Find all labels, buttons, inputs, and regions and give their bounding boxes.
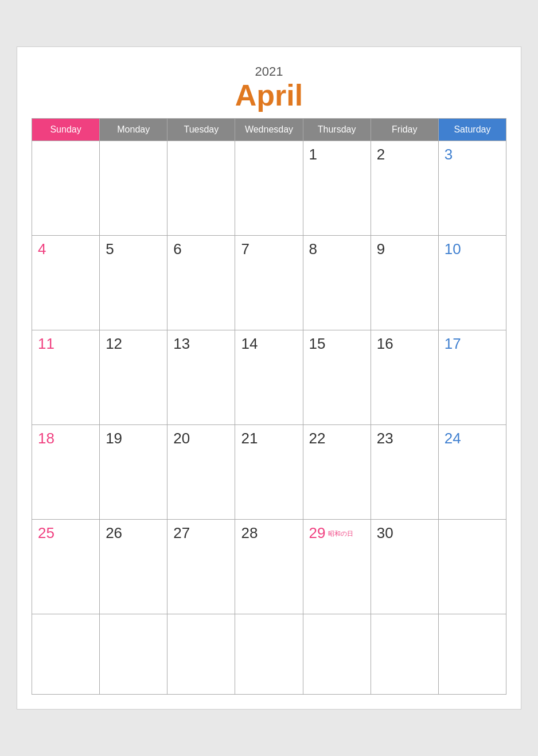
- day-number: 30: [377, 524, 393, 542]
- calendar-day-cell: [438, 519, 506, 614]
- day-number: 9: [377, 240, 385, 258]
- calendar-day-cell: 9: [371, 235, 438, 330]
- day-number: 12: [106, 335, 122, 353]
- calendar-day-cell: 30: [371, 519, 438, 614]
- calendar-day-cell: 24: [438, 424, 506, 519]
- day-number: 3: [445, 146, 453, 163]
- day-of-week-header-saturday: Saturday: [438, 118, 506, 141]
- calendar-week-row: 45678910: [32, 235, 506, 330]
- calendar-day-cell: [303, 614, 371, 694]
- calendar-month: April: [32, 79, 506, 112]
- day-of-week-header-friday: Friday: [371, 118, 438, 141]
- calendar-day-cell: 25: [32, 519, 100, 614]
- day-of-week-header-tuesday: Tuesday: [167, 118, 235, 141]
- day-number: 1: [309, 146, 317, 163]
- day-number: 25: [38, 524, 54, 542]
- calendar-day-cell: [235, 614, 303, 694]
- day-number: 10: [445, 240, 461, 258]
- calendar-day-cell: 22: [303, 424, 371, 519]
- day-number: 19: [106, 430, 122, 447]
- calendar-week-row: 123: [32, 141, 506, 235]
- calendar-day-cell: 12: [100, 330, 167, 424]
- calendar-day-cell: 1: [303, 141, 371, 235]
- day-number: 27: [173, 524, 190, 542]
- calendar-container: 2021 April SundayMondayTuesdayWednesdayT…: [17, 46, 521, 709]
- calendar-day-cell: 13: [167, 330, 235, 424]
- calendar-week-row: 18192021222324: [32, 424, 506, 519]
- day-number: 2: [377, 146, 385, 163]
- calendar-day-cell: 29昭和の日: [303, 519, 371, 614]
- day-of-week-header-thursday: Thursday: [303, 118, 371, 141]
- day-number: 7: [241, 240, 249, 258]
- calendar-day-cell: 17: [438, 330, 506, 424]
- calendar-day-cell: 11: [32, 330, 100, 424]
- day-number: 23: [377, 430, 393, 447]
- holiday-label: 昭和の日: [328, 529, 353, 538]
- day-number: 4: [38, 240, 46, 258]
- calendar-day-cell: 2: [371, 141, 438, 235]
- calendar-day-cell: 21: [235, 424, 303, 519]
- day-number: 18: [38, 430, 54, 447]
- calendar-year: 2021: [32, 64, 506, 79]
- calendar-day-cell: [167, 141, 235, 235]
- day-number: 26: [106, 524, 122, 542]
- day-number: 5: [106, 240, 114, 258]
- day-of-week-header-monday: Monday: [100, 118, 167, 141]
- day-number: 13: [173, 335, 190, 353]
- calendar-day-cell: [167, 614, 235, 694]
- calendar-week-row: [32, 614, 506, 694]
- calendar-table: SundayMondayTuesdayWednesdayThursdayFrid…: [32, 118, 506, 695]
- calendar-day-cell: 3: [438, 141, 506, 235]
- day-number: 6: [173, 240, 181, 258]
- calendar-day-cell: 23: [371, 424, 438, 519]
- calendar-day-cell: [235, 141, 303, 235]
- calendar-day-cell: [100, 614, 167, 694]
- calendar-day-cell: 20: [167, 424, 235, 519]
- calendar-day-cell: 10: [438, 235, 506, 330]
- calendar-day-cell: 6: [167, 235, 235, 330]
- day-number: 20: [173, 430, 190, 447]
- calendar-day-cell: 8: [303, 235, 371, 330]
- day-number: 14: [241, 335, 258, 353]
- calendar-week-row: 2526272829昭和の日30: [32, 519, 506, 614]
- day-number: 28: [241, 524, 258, 542]
- calendar-day-cell: [32, 141, 100, 235]
- day-number: 11: [38, 335, 54, 353]
- calendar-day-cell: 27: [167, 519, 235, 614]
- calendar-day-cell: 4: [32, 235, 100, 330]
- calendar-day-cell: 15: [303, 330, 371, 424]
- calendar-day-cell: [371, 614, 438, 694]
- calendar-day-cell: 16: [371, 330, 438, 424]
- calendar-header-row: SundayMondayTuesdayWednesdayThursdayFrid…: [32, 118, 506, 141]
- day-number: 29: [309, 524, 326, 542]
- calendar-day-cell: 7: [235, 235, 303, 330]
- calendar-day-cell: 14: [235, 330, 303, 424]
- calendar-day-cell: 5: [100, 235, 167, 330]
- calendar-header: 2021 April: [32, 64, 506, 112]
- calendar-day-cell: [100, 141, 167, 235]
- day-number: 8: [309, 240, 317, 258]
- day-number: 15: [309, 335, 326, 353]
- calendar-day-cell: 26: [100, 519, 167, 614]
- day-number: 22: [309, 430, 326, 447]
- calendar-week-row: 11121314151617: [32, 330, 506, 424]
- day-of-week-header-wednesday: Wednesday: [235, 118, 303, 141]
- day-number: 24: [445, 430, 461, 447]
- day-number: 17: [445, 335, 461, 353]
- day-number: 21: [241, 430, 258, 447]
- calendar-day-cell: 19: [100, 424, 167, 519]
- calendar-day-cell: [438, 614, 506, 694]
- day-number: 16: [377, 335, 393, 353]
- calendar-day-cell: 18: [32, 424, 100, 519]
- calendar-day-cell: [32, 614, 100, 694]
- day-of-week-header-sunday: Sunday: [32, 118, 100, 141]
- calendar-day-cell: 28: [235, 519, 303, 614]
